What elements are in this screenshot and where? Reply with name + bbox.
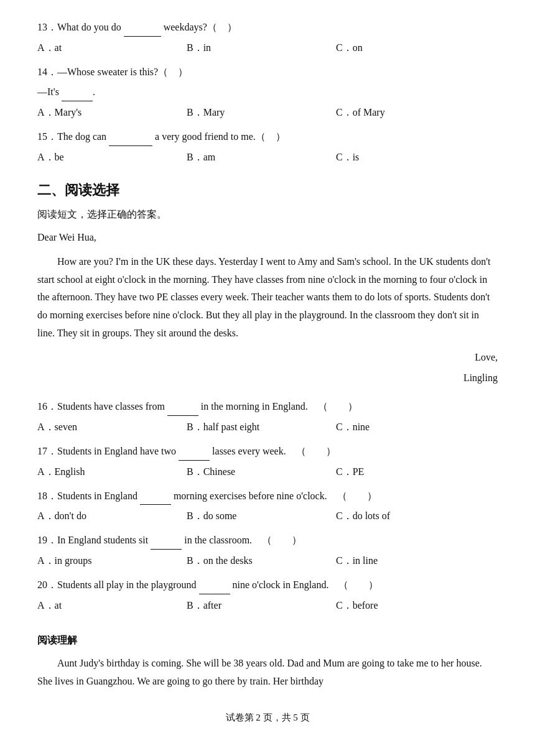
question-13: 13．What do you do weekdays?（ ） A．at B．in… (37, 19, 498, 57)
question-20: 20．Students all play in the playground n… (37, 576, 498, 615)
q15-option-c: C．is (336, 149, 359, 167)
question-16: 16．Students have classes from in the mor… (37, 398, 498, 436)
q16-option-b: B．half past eight (187, 418, 336, 436)
question-14: 14．—Whose sweater is this?（ ） —It's . A．… (37, 63, 498, 122)
q20-text: 20．Students all play in the playground n… (37, 576, 498, 594)
q13-option-b: B．in (187, 39, 336, 57)
question-18: 18．Students in England morning exercises… (37, 487, 498, 526)
q15-option-b: B．am (187, 149, 336, 167)
letter-body: How are you? I'm in the UK these days. Y… (37, 253, 498, 343)
q17-option-a: A．English (37, 463, 187, 481)
q15-text: 15．The dog can a very good friend to me.… (37, 128, 498, 146)
q20-option-c: C．before (336, 597, 378, 615)
q19-option-c: C．in line (336, 552, 378, 570)
q18-text: 18．Students in England morning exercises… (37, 487, 498, 505)
q17-option-b: B．Chinese (187, 463, 336, 481)
q15-option-a: A．be (37, 149, 187, 167)
reading-questions: 16．Students have classes from in the mor… (37, 398, 498, 614)
q13-option-a: A．at (37, 39, 187, 57)
reading2-paragraph: Aunt Judy's birthday is coming. She will… (37, 655, 498, 691)
q14-option-c: C．of Mary (336, 104, 385, 122)
q18-option-c: C．do lots of (336, 507, 390, 525)
q14-option-b: B．Mary (187, 104, 336, 122)
q14-text: 14．—Whose sweater is this?（ ） (37, 63, 498, 81)
q13-option-c: C．on (336, 39, 363, 57)
question-15: 15．The dog can a very good friend to me.… (37, 128, 498, 167)
q19-option-b: B．on the desks (187, 552, 336, 570)
letter-closing: Love, (37, 349, 498, 367)
q18-option-b: B．do some (187, 507, 336, 525)
page-footer: 试卷第 2 页，共 5 页 (37, 709, 498, 726)
q16-option-a: A．seven (37, 418, 187, 436)
q19-option-a: A．in groups (37, 552, 187, 570)
section-2-title: 二、阅读选择 (37, 178, 498, 203)
q19-text: 19．In England students sit in the classr… (37, 532, 498, 550)
q14-sub: —It's . (37, 83, 498, 101)
reading2-title: 阅读理解 (37, 632, 498, 650)
reading2-section: 阅读理解 Aunt Judy's birthday is coming. She… (37, 632, 498, 690)
letter-signature: Lingling (37, 369, 498, 387)
section-2-instruction: 阅读短文，选择正确的答案。 (37, 206, 498, 224)
q14-option-a: A．Mary's (37, 104, 187, 122)
q13-text: 13．What do you do weekdays?（ ） (37, 19, 498, 37)
q16-option-c: C．nine (336, 418, 370, 436)
q18-option-a: A．don't do (37, 507, 187, 525)
q16-text: 16．Students have classes from in the mor… (37, 398, 498, 416)
question-19: 19．In England students sit in the classr… (37, 532, 498, 570)
question-17: 17．Students in England have two lasses e… (37, 443, 498, 481)
q17-text: 17．Students in England have two lasses e… (37, 443, 498, 461)
letter-salutation: Dear Wei Hua, (37, 229, 498, 247)
q17-option-c: C．PE (336, 463, 364, 481)
q20-option-a: A．at (37, 597, 187, 615)
q20-option-b: B．after (187, 597, 336, 615)
